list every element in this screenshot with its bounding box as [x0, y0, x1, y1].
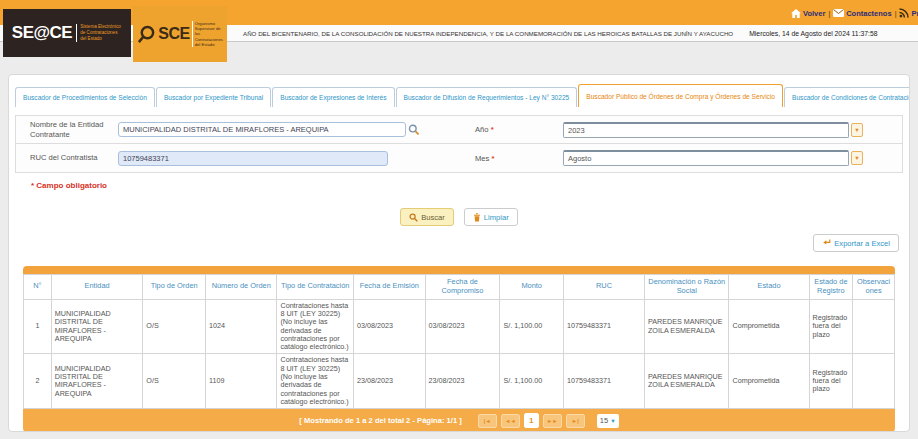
tab-bar: Buscador de Procedimientos de SelecciónB…	[15, 83, 903, 107]
column-header: Entidad	[51, 275, 142, 300]
pagination-bar: [ Mostrando de 1 a 2 del total 2 - Págin…	[23, 409, 895, 432]
tab-condiciones-contratacion[interactable]: Buscador de Condiciones de Contratación	[784, 87, 910, 107]
home-icon	[791, 9, 801, 18]
chevron-down-icon[interactable]: ▼	[851, 151, 863, 165]
seace-logo-title: SE@CE	[12, 23, 72, 43]
table-cell	[853, 354, 895, 409]
table-top-strip	[23, 266, 895, 274]
table-cell: S/. 1,100.00	[500, 299, 564, 354]
table-cell: 03/08/2023	[354, 299, 425, 354]
required-field-note: * Campo obligatorio	[31, 181, 903, 190]
table-cell: 1024	[206, 299, 277, 354]
search-form: Nombre de la Entidad Contratante Año * 2…	[15, 115, 903, 173]
osce-logo-subtitle: Organismo Supervisor de las Contratacion…	[192, 21, 223, 47]
magnifier-logo-icon	[137, 25, 156, 44]
seace-logo[interactable]: SE@CE Sistema Electrónico de Contratacio…	[3, 9, 131, 57]
form-row-entidad: Nombre de la Entidad Contratante Año * 2…	[15, 115, 903, 144]
results-table: N°EntidadTipo de OrdenNúmero de OrdenTip…	[23, 274, 895, 409]
table-row: 1MUNICIPALIDAD DISTRITAL DE MIRAFLORES -…	[24, 299, 895, 354]
table-cell: PAREDES MANRIQUE ZOILA ESMERALDA	[644, 354, 728, 409]
chevron-down-icon[interactable]: ▼	[851, 123, 863, 137]
export-row: Exportar a Excel	[15, 234, 903, 252]
table-cell: MUNICIPALIDAD DISTRITAL DE MIRAFLORES - …	[51, 299, 142, 354]
tab-difusion-requerimientos[interactable]: Buscador de Difusión de Requerimientos -…	[396, 87, 578, 107]
tab-expediente-tribunal[interactable]: Buscador por Expediente Tribunal	[156, 87, 271, 107]
topbar-link-label: Volver	[803, 9, 825, 18]
current-datetime: Miercoles, 14 de Agosto del 2024 11:37:5…	[749, 30, 877, 37]
column-header: Denominación o Razón Social	[644, 275, 728, 300]
export-icon	[822, 239, 831, 247]
buscar-button[interactable]: Buscar	[400, 208, 454, 226]
table-cell: 1	[24, 299, 52, 354]
form-row-ruc: RUC del Contratista Mes * Agosto ▼	[15, 144, 903, 173]
required-asterisk: *	[491, 125, 494, 134]
table-cell: Comprometida	[729, 354, 809, 409]
table-cell: S/. 1,100.00	[500, 354, 564, 409]
table-cell: Comprometida	[729, 299, 809, 354]
topbar-links: Volver|Contactenos|Preguntas Frecuentes	[791, 6, 918, 20]
trash-icon	[473, 213, 481, 222]
tab-expresiones-interes[interactable]: Buscador de Expresiones de Interés	[272, 87, 394, 107]
table-cell: Contrataciones hasta 8 UIT (LEY 30225)(N…	[277, 354, 354, 409]
topbar-link-contactenos[interactable]: Contactenos	[833, 9, 891, 18]
column-header: Monto	[500, 275, 564, 300]
entidad-input[interactable]	[118, 122, 406, 137]
table-cell: O/S	[143, 354, 206, 409]
table-cell: MUNICIPALIDAD DISTRITAL DE MIRAFLORES - …	[51, 354, 142, 409]
current-page-button[interactable]: 1	[524, 413, 539, 428]
table-cell: Contrataciones hasta 8 UIT (LEY 30225)(N…	[277, 299, 354, 354]
link-separator: |	[895, 10, 897, 17]
ruc-label: RUC del Contratista	[30, 153, 118, 162]
tab-ordenes-compra-servicio[interactable]: Buscador Público de Órdenes de Compra y …	[578, 84, 783, 107]
anio-label: Año *	[475, 125, 563, 134]
table-cell: 03/08/2023	[425, 299, 500, 354]
mes-select[interactable]: Agosto	[563, 150, 849, 166]
column-header: RUC	[563, 275, 644, 300]
topbar-link-volver[interactable]: Volver	[791, 9, 825, 18]
table-row: 2MUNICIPALIDAD DISTRITAL DE MIRAFLORES -…	[24, 354, 895, 409]
topbar-link-label: Contactenos	[846, 9, 891, 18]
page-size-select[interactable]: 15▼	[597, 414, 619, 428]
anio-select[interactable]: 2023	[563, 122, 849, 138]
topbar-link-label: Preguntas Frecuentes	[911, 9, 918, 18]
last-page-button[interactable]: ►|	[566, 414, 585, 428]
prev-page-button[interactable]: ◄◄	[501, 414, 520, 428]
main-panel: Buscador de Procedimientos de SelecciónB…	[8, 74, 910, 432]
next-page-button[interactable]: ►►	[543, 414, 562, 428]
column-header: Tipo de Orden	[143, 275, 206, 300]
seace-logo-subtitle: Sistema Electrónico de Contrataciones de…	[76, 24, 122, 41]
column-header: Estado de Registro	[809, 275, 853, 300]
table-cell: 1109	[206, 354, 277, 409]
required-asterisk: *	[491, 154, 494, 163]
column-header: N°	[24, 275, 52, 300]
table-cell: 2	[24, 354, 52, 409]
tab-procedimientos-seleccion[interactable]: Buscador de Procedimientos de Selección	[15, 87, 155, 107]
link-separator: |	[828, 10, 830, 17]
table-cell: 10759483371	[563, 299, 644, 354]
column-header: Estado	[729, 275, 809, 300]
table-cell: 23/08/2023	[425, 354, 500, 409]
ruc-input[interactable]	[118, 151, 388, 166]
column-header: Número de Orden	[206, 275, 277, 300]
table-cell: Registrado fuera del plazo	[809, 299, 853, 354]
results-table-container: N°EntidadTipo de OrdenNúmero de OrdenTip…	[23, 266, 895, 432]
table-cell: 10759483371	[563, 354, 644, 409]
table-cell: PAREDES MANRIQUE ZOILA ESMERALDA	[644, 299, 728, 354]
search-lens-icon[interactable]	[408, 124, 420, 136]
topbar-link-preguntas-frecuentes[interactable]: Preguntas Frecuentes	[899, 8, 918, 18]
column-header: Fecha de Compromiso	[425, 275, 500, 300]
osce-logo[interactable]: SCE Organismo Supervisor de las Contrata…	[133, 6, 227, 62]
table-cell: 23/08/2023	[354, 354, 425, 409]
pagination-summary: [ Mostrando de 1 a 2 del total 2 - Págin…	[299, 416, 461, 425]
limpiar-button[interactable]: Limpiar	[464, 208, 518, 226]
column-header: Tipo de Contratación	[277, 275, 354, 300]
official-motto: AÑO DEL BICENTENARIO, DE LA CONSOLIDACIÓ…	[243, 30, 733, 37]
first-page-button[interactable]: |◄	[478, 414, 497, 428]
exportar-excel-button[interactable]: Exportar a Excel	[813, 234, 899, 252]
mail-icon	[833, 9, 844, 17]
table-cell	[853, 299, 895, 354]
column-header: Observaciones	[853, 275, 895, 300]
search-icon	[409, 213, 418, 222]
column-header: Fecha de Emisión	[354, 275, 425, 300]
chevron-down-icon: ▼	[610, 418, 615, 424]
